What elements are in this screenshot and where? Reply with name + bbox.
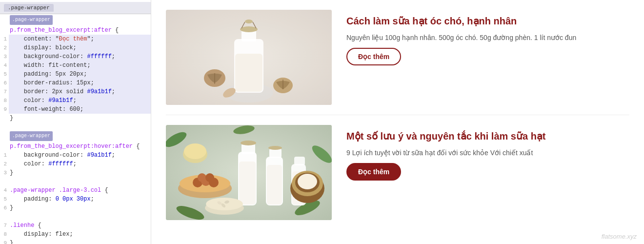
editor-tab-bar: .page-wrapper — [0, 2, 151, 14]
code-line: p.from_the_blog_excerpt:after { — [0, 26, 151, 35]
editor-tab[interactable]: .page-wrapper — [4, 4, 54, 12]
card-divider — [166, 115, 629, 115]
blog-image-2 — [166, 125, 332, 220]
code-line: 1 content: "Đọc thêm"; — [0, 35, 151, 43]
svg-rect-31 — [239, 162, 256, 204]
code-line: p.from_the_blog_excerpt:hover:after { — [0, 142, 151, 151]
blog-image-1 — [166, 10, 332, 105]
code-line — [0, 177, 151, 186]
blog-text-2: Một số lưu ý và nguyên tắc khi làm sữa h… — [346, 125, 629, 181]
code-editor: .page-wrapper .page-wrapper p.from_the_b… — [0, 0, 151, 244]
code-line: 9 font-weight: 600; — [0, 105, 151, 114]
svg-point-37 — [268, 146, 282, 150]
svg-point-28 — [198, 173, 206, 182]
code-line: 7 border: 2px solid #9a1b1f; — [0, 87, 151, 96]
svg-point-49 — [298, 174, 317, 189]
svg-rect-35 — [267, 165, 282, 204]
svg-point-42 — [206, 198, 243, 210]
blog-title-2: Một số lưu ý và nguyên tắc khi làm sữa h… — [346, 130, 629, 142]
code-line: 7 .lienhe { — [0, 221, 151, 230]
blog-card-2: Một số lưu ý và nguyên tắc khi làm sữa h… — [166, 125, 629, 220]
svg-rect-40 — [294, 157, 305, 165]
code-line: } — [0, 114, 151, 122]
code-line: 2 color: #ffffff; — [0, 160, 151, 168]
blog-title-1: Cách làm sữa hạt óc chó, hạnh nhân — [346, 15, 629, 27]
read-more-button-1[interactable]: Đọc thêm — [346, 48, 401, 65]
code-line: 8 display: flex; — [0, 230, 151, 239]
read-more-button-2[interactable]: Đọc thêm — [346, 163, 401, 181]
nuts-milk-svg — [166, 125, 332, 220]
blog-content-area: Cách làm sữa hạt óc chó, hạnh nhân Nguyê… — [151, 0, 644, 244]
svg-rect-15 — [166, 10, 332, 105]
code-line — [0, 212, 151, 221]
code-line: .page-wrapper — [0, 15, 151, 26]
code-line: .page-wrapper — [0, 131, 151, 142]
code-line: 3 } — [0, 168, 151, 177]
watermark: flatsome.xyz — [602, 233, 637, 240]
code-line: 5 padding: 0 0px 30px; — [0, 195, 151, 203]
blog-excerpt-2: 9 Lợi ích tuyệt vời từ sữa hạt đối với s… — [346, 147, 629, 158]
milk-bottle-svg — [166, 10, 332, 105]
blog-text-1: Cách làm sữa hạt óc chó, hạnh nhân Nguyê… — [346, 10, 629, 65]
code-line: 6 } — [0, 203, 151, 212]
blog-card-1: Cách làm sữa hạt óc chó, hạnh nhân Nguyê… — [166, 10, 629, 105]
svg-point-51 — [184, 143, 206, 159]
code-line: 1 background-color: #9a1b1f; — [0, 151, 151, 160]
code-line: 9 } — [0, 239, 151, 244]
code-line: 5 padding: 5px 20px; — [0, 70, 151, 79]
code-lines: .page-wrapper p.from_the_blog_excerpt:af… — [0, 14, 151, 244]
code-line: 3 background-color: #ffffff; — [0, 52, 151, 61]
svg-rect-36 — [269, 148, 282, 158]
code-line: 4 .page-wrapper .large-3.col { — [0, 186, 151, 195]
svg-point-33 — [241, 141, 256, 145]
code-line: 8 color: #9a1b1f; — [0, 96, 151, 105]
code-line: 6 border-radius: 15px; — [0, 79, 151, 87]
code-line — [0, 122, 151, 131]
blog-excerpt-1: Nguyên liệu 100g hạnh nhân. 500g óc chó.… — [346, 32, 629, 43]
svg-point-29 — [205, 173, 214, 182]
code-line: 4 width: fit-content; — [0, 61, 151, 70]
code-line: 2 display: block; — [0, 43, 151, 52]
